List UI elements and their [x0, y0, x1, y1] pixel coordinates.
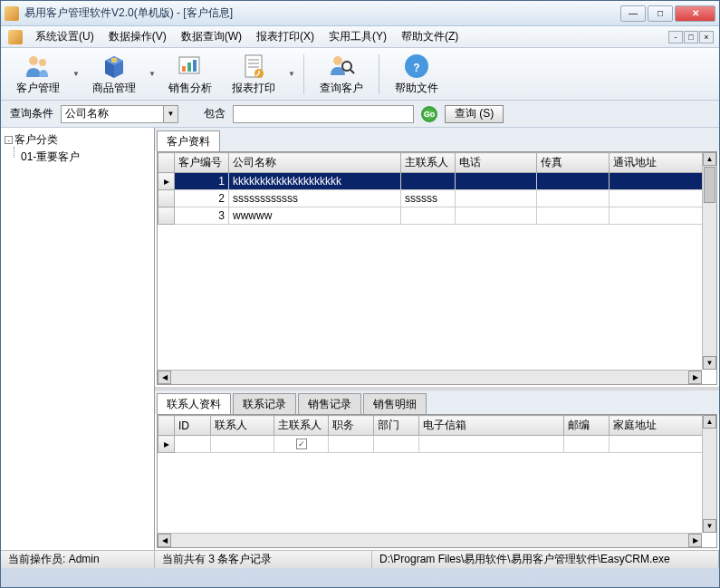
vertical-scrollbar[interactable]: ▲ ▼: [702, 152, 716, 370]
customer-grid[interactable]: 客户编号 公司名称 主联系人 电话 传真 通讯地址 ▸ 1 kkkkkkkkkk…: [158, 152, 716, 225]
search-label: 查询条件: [10, 106, 53, 121]
scroll-down-icon[interactable]: ▼: [703, 519, 716, 533]
col-main-contact[interactable]: 主联系人: [274, 416, 329, 436]
search-button[interactable]: 查询 (S): [445, 105, 504, 123]
mdi-restore-button[interactable]: □: [684, 31, 698, 43]
cell-contact[interactable]: [401, 173, 456, 190]
cell-fax[interactable]: [537, 190, 610, 207]
cell[interactable]: [419, 436, 564, 453]
scroll-right-icon[interactable]: ▶: [688, 371, 702, 384]
menu-help[interactable]: 帮助文件(Z): [394, 26, 466, 47]
col-contact[interactable]: 主联系人: [401, 153, 456, 173]
search-input[interactable]: [233, 105, 414, 123]
scroll-right-icon[interactable]: ▶: [688, 534, 702, 547]
scroll-left-icon[interactable]: ◀: [158, 534, 171, 547]
scroll-down-icon[interactable]: ▼: [703, 356, 716, 370]
cell-phone[interactable]: [456, 190, 537, 207]
search-field-combo[interactable]: 公司名称 ▼: [61, 105, 178, 123]
tree-child[interactable]: 01-重要客户: [5, 149, 150, 166]
cell-phone[interactable]: [456, 207, 537, 225]
scroll-up-icon[interactable]: ▲: [703, 152, 716, 166]
svg-point-1: [39, 59, 46, 66]
cell-id[interactable]: 1: [175, 173, 229, 190]
tb-customer-dropdown[interactable]: ▼: [72, 50, 81, 98]
cell-fax[interactable]: [537, 207, 610, 225]
cell[interactable]: [211, 436, 274, 453]
col-fax[interactable]: 传真: [537, 153, 610, 173]
minimize-button[interactable]: —: [620, 5, 646, 22]
cell[interactable]: [329, 436, 374, 453]
scroll-thumb[interactable]: [704, 167, 715, 203]
mdi-minimize-button[interactable]: -: [668, 31, 683, 43]
col-contact[interactable]: 联系人: [211, 416, 274, 436]
cell-checkbox[interactable]: ✓: [274, 436, 329, 453]
tb-product-dropdown[interactable]: ▼: [148, 50, 157, 98]
scroll-track[interactable]: [171, 534, 688, 547]
category-tree[interactable]: - 客户分类 01-重要客户: [1, 128, 155, 550]
cell-addr[interactable]: [610, 173, 716, 190]
tab-contact-log[interactable]: 联系记录: [233, 393, 296, 415]
col-id[interactable]: ID: [175, 416, 211, 436]
cell-contact[interactable]: [401, 207, 456, 225]
tb-help[interactable]: ? 帮助文件: [387, 49, 446, 99]
table-row[interactable]: ▸ ✓: [158, 436, 716, 453]
mdi-close-button[interactable]: ×: [699, 31, 714, 43]
col-company[interactable]: 公司名称: [229, 153, 401, 173]
checkbox-icon[interactable]: ✓: [296, 439, 307, 449]
scroll-up-icon[interactable]: ▲: [703, 415, 716, 429]
cell-fax[interactable]: [537, 173, 610, 190]
cell[interactable]: [175, 436, 211, 453]
tb-product-mgmt[interactable]: 商品管理: [84, 49, 144, 99]
cell-company[interactable]: ssssssssssss: [229, 190, 401, 207]
menu-report[interactable]: 报表打印(X): [249, 26, 322, 47]
cell-company[interactable]: kkkkkkkkkkkkkkkkkkkk: [229, 173, 401, 190]
tb-sales-analysis[interactable]: 销售分析: [160, 49, 220, 99]
cell[interactable]: [564, 436, 610, 453]
col-home-addr[interactable]: 家庭地址: [610, 416, 716, 436]
close-button[interactable]: ✕: [675, 5, 715, 22]
horizontal-scrollbar[interactable]: ◀ ▶: [158, 533, 702, 547]
scroll-left-icon[interactable]: ◀: [158, 371, 171, 384]
tab-sales-detail[interactable]: 销售明细: [363, 393, 427, 415]
cell-addr[interactable]: [610, 207, 716, 225]
col-dept[interactable]: 部门: [374, 416, 419, 436]
horizontal-scrollbar[interactable]: ◀ ▶: [158, 370, 702, 384]
cell-company[interactable]: wwwww: [229, 207, 401, 225]
col-phone[interactable]: 电话: [456, 153, 537, 173]
cell-contact[interactable]: ssssss: [401, 190, 456, 207]
cell-addr[interactable]: [610, 190, 716, 207]
tb-customer-mgmt[interactable]: 客户管理: [8, 49, 68, 99]
col-customer-id[interactable]: 客户编号: [175, 153, 229, 173]
tb-search-customer[interactable]: 查询客户: [312, 49, 371, 99]
maximize-button[interactable]: □: [648, 5, 673, 22]
collapse-icon[interactable]: -: [5, 136, 13, 144]
row-indicator: ▸: [158, 173, 175, 190]
cell[interactable]: [374, 436, 419, 453]
tb-report-print[interactable]: 报表打印: [224, 49, 283, 99]
menu-system[interactable]: 系统设置(U): [28, 26, 101, 47]
table-row[interactable]: ▸ 1 kkkkkkkkkkkkkkkkkkkk: [158, 173, 716, 190]
cell-id[interactable]: 2: [175, 190, 229, 207]
tree-root[interactable]: - 客户分类: [5, 131, 150, 149]
cell[interactable]: [610, 436, 716, 453]
tb-report-dropdown[interactable]: ▼: [287, 50, 296, 98]
vertical-scrollbar[interactable]: ▲ ▼: [702, 415, 716, 533]
menu-data-query[interactable]: 数据查询(W): [174, 26, 249, 47]
menu-data-ops[interactable]: 数据操作(V): [101, 26, 174, 47]
contact-grid[interactable]: ID 联系人 主联系人 职务 部门 电子信箱 邮编 家庭地址 ▸: [158, 415, 716, 453]
cell-id[interactable]: 3: [175, 207, 229, 225]
col-email[interactable]: 电子信箱: [419, 416, 564, 436]
tab-contact-data[interactable]: 联系人资料: [157, 393, 231, 415]
col-title[interactable]: 职务: [329, 416, 374, 436]
tab-customer-data[interactable]: 客户资料: [157, 130, 220, 152]
table-row[interactable]: 3 wwwww: [158, 207, 716, 225]
col-zip[interactable]: 邮编: [564, 416, 610, 436]
col-address[interactable]: 通讯地址: [610, 153, 716, 173]
cell-phone[interactable]: [456, 173, 537, 190]
svg-rect-2: [111, 58, 117, 63]
contact-grid-container: ID 联系人 主联系人 职务 部门 电子信箱 邮编 家庭地址 ▸: [157, 414, 717, 548]
tab-sales-log[interactable]: 销售记录: [298, 393, 361, 415]
menu-tools[interactable]: 实用工具(Y): [322, 26, 394, 47]
table-row[interactable]: 2 ssssssssssss ssssss: [158, 190, 716, 207]
scroll-track[interactable]: [171, 371, 688, 384]
